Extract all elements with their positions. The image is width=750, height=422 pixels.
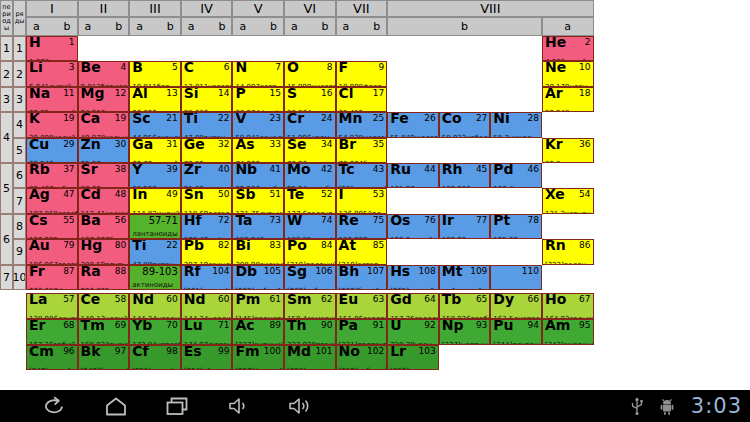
element-cell-la[interactable]: La57138.906лантан <box>26 293 78 319</box>
element-cell-al[interactable]: Al1326.092алюминий <box>129 87 181 112</box>
element-cell-hs[interactable]: Hs108[265]хассий <box>387 265 439 290</box>
element-cell-er[interactable]: Er68167.26эрбий <box>26 319 78 345</box>
element-cell-th[interactable]: Th90232.038торий <box>284 319 336 345</box>
element-cell-se[interactable]: Se3478.96селен <box>284 138 336 163</box>
element-cell-na[interactable]: Na1122.99натрий <box>26 87 78 112</box>
element-cell-pa[interactable]: Pa91[231]протактиний <box>336 319 388 345</box>
element-cell-au[interactable]: Au79196.967золото <box>26 239 78 264</box>
element-cell-u[interactable]: U92238.29уран <box>387 319 439 345</box>
element-cell-rb[interactable]: Rb3785.467рубидий <box>26 163 78 188</box>
element-cell-bi[interactable]: Bi83208.98висмут <box>232 239 284 264</box>
home-button[interactable] <box>103 393 129 419</box>
element-cell-w[interactable]: W74183.85вольфрам <box>284 214 336 239</box>
element-cell-bh[interactable]: Bh107[262]борий <box>336 265 388 290</box>
element-cell-xe[interactable]: Xe54131.3ксенон <box>542 188 594 213</box>
element-cell-ra[interactable]: Ra88226.025радий <box>78 265 130 290</box>
element-cell-rh[interactable]: Rh45102.906родий <box>439 163 491 188</box>
element-cell-ti[interactable]: Ti2247.88титан <box>181 112 233 137</box>
element-cell-yb[interactable]: Yb70173.04иттербий <box>129 319 181 345</box>
volume-up-button[interactable] <box>286 393 312 419</box>
element-cell-zn[interactable]: Zn3065.37цинк <box>78 138 130 163</box>
element-cell-pd[interactable]: Pd46106.4палладий <box>490 163 542 188</box>
element-cell-gd[interactable]: Gd64157.25гадолиний <box>387 293 439 319</box>
element-cell-fm[interactable]: Fm100[257]фермий <box>232 345 284 371</box>
element-cell-db[interactable]: Db105[262]дубний <box>232 265 284 290</box>
element-cell-cf[interactable]: Cf98[251]калифорний <box>129 345 181 371</box>
element-cell-sn[interactable]: Sn50118.69олово <box>181 188 233 213</box>
element-cell-ga[interactable]: Ga3169.72галлий <box>129 138 181 163</box>
element-cell-te[interactable]: Te52127.6теллур <box>284 188 336 213</box>
element-cell-cu[interactable]: Cu2963.546медь <box>26 138 78 163</box>
element-cell-sc[interactable]: Sc2144.956скандий <box>129 112 181 137</box>
element-cell-nb[interactable]: Nb4192.906ниобий <box>232 163 284 188</box>
element-cell-ti[interactable]: Ti2247.88титан <box>129 239 181 264</box>
element-cell-sg[interactable]: Sg106[263]сиборгий <box>284 265 336 290</box>
element-cell-ce[interactable]: Ce58140.12церий <box>78 293 130 319</box>
element-cell-p[interactable]: P1530.974фосфор <box>232 87 284 112</box>
element-cell-as[interactable]: As3374.922мышьяк <box>232 138 284 163</box>
element-cell-fe[interactable]: Fe2655.849железо <box>387 112 439 137</box>
element-cell-ho[interactable]: Ho67164.93гольмий <box>542 293 594 319</box>
element-cell-ag[interactable]: Ag47107.868серебро <box>26 188 78 213</box>
element-cell-kr[interactable]: Kr3683.8криптон <box>542 138 594 163</box>
element-cell-y[interactable]: Y3988.906иттрий <box>129 163 181 188</box>
element-cell-лантаноиды[interactable]: 57-71лантаноиды <box>129 214 181 239</box>
element-cell-ca[interactable]: Ca1940.078кальций <box>78 112 130 137</box>
element-cell-tb[interactable]: Tb65158.926тербий <box>439 293 491 319</box>
element-cell-zr[interactable]: Zr4091.22цирконий <box>181 163 233 188</box>
element-cell-hg[interactable]: Hg80200.59ртуть <box>78 239 130 264</box>
element-cell-np[interactable]: Np93[237]нептуний <box>439 319 491 345</box>
element-cell-pm[interactable]: Pm61[145]прометий <box>232 293 284 319</box>
element-cell-актиноиды[interactable]: 89-103актиноиды <box>129 265 181 290</box>
element-cell-ar[interactable]: Ar1839.948аргон <box>542 87 594 112</box>
element-cell-cr[interactable]: Cr2451.996хром <box>284 112 336 137</box>
element-cell-si[interactable]: Si1428.086кремний <box>181 87 233 112</box>
recents-button[interactable] <box>164 393 190 419</box>
element-cell-rn[interactable]: Rn86[222]радон <box>542 239 594 264</box>
element-cell-lr[interactable]: Lr103[260]лоуренсий <box>387 345 439 371</box>
element-cell-b[interactable]: B510.811бор <box>129 61 181 86</box>
element-cell-tm[interactable]: Tm69168.934тулий <box>78 319 130 345</box>
element-cell-f[interactable]: F918.998фтор <box>336 61 388 86</box>
element-cell-sm[interactable]: Sm62150.4самарий <box>284 293 336 319</box>
element-cell-ru[interactable]: Ru44101.07рутений <box>387 163 439 188</box>
element-cell-mo[interactable]: Mo4295.94молибден <box>284 163 336 188</box>
element-cell-po[interactable]: Po84[210]полоний <box>284 239 336 264</box>
element-cell-s[interactable]: S1632.064сера <box>284 87 336 112</box>
volume-down-button[interactable] <box>225 393 251 419</box>
element-cell-os[interactable]: Os76190.2осмий <box>387 214 439 239</box>
element-cell-co[interactable]: Co2758.933кобальт <box>439 112 491 137</box>
element-cell-in[interactable]: In49114.82индий <box>129 188 181 213</box>
element-cell-pt[interactable]: Pt78195.09платина <box>490 214 542 239</box>
element-cell-md[interactable]: Md101[258]менделевий <box>284 345 336 371</box>
element-cell-o[interactable]: O815.999кислород <box>284 61 336 86</box>
element-cell-tc[interactable]: Tc43[99]технеций <box>336 163 388 188</box>
element-cell-v[interactable]: V2350.941ванадий <box>232 112 284 137</box>
element-cell-sr[interactable]: Sr3887.62стронций <box>78 163 130 188</box>
element-cell-ge[interactable]: Ge3272.59германий <box>181 138 233 163</box>
element-cell-mg[interactable]: Mg1224.312магний <box>78 87 130 112</box>
element-cell-nd[interactable]: Nd60144.24неодим <box>129 293 181 319</box>
element-cell-cl[interactable]: Cl1735.453хлор <box>336 87 388 112</box>
element-cell-ta[interactable]: Ta73180.948тантал <box>232 214 284 239</box>
element-cell-ac[interactable]: Ac89[227]актиний <box>232 319 284 345</box>
element-cell-n[interactable]: N714.007азот <box>232 61 284 86</box>
element-cell-cd[interactable]: Cd48112.41кадмий <box>78 188 130 213</box>
element-cell-cm[interactable]: Cm96[247]кюрий <box>26 345 78 371</box>
back-button[interactable] <box>42 393 68 419</box>
element-cell-li[interactable]: Li36.941литий <box>26 61 78 86</box>
element-cell-ne[interactable]: Ne1020.179неон <box>542 61 594 86</box>
element-cell-br[interactable]: Br3579.904бром <box>336 138 388 163</box>
element-cell-i[interactable]: I53126.905йод <box>336 188 388 213</box>
element-cell-sb[interactable]: Sb51121.75сурьма <box>232 188 284 213</box>
element-cell-no[interactable]: No102[259]нобелий <box>336 345 388 371</box>
element-cell-es[interactable]: Es99[254]эйнштейний <box>181 345 233 371</box>
element-cell-rf[interactable]: Rf104[261]резерфордий <box>181 265 233 290</box>
element-cell-hf[interactable]: Hf72178.49гафний <box>181 214 233 239</box>
element-cell-re[interactable]: Re75186.207рений <box>336 214 388 239</box>
element-cell-eu[interactable]: Eu63151.96европий <box>336 293 388 319</box>
element-cell-nd[interactable]: Nd60144.24неодим <box>181 293 233 319</box>
element-cell-cs[interactable]: Cs55132.905цезий <box>26 214 78 239</box>
element-cell-be[interactable]: Be49.012бериллий <box>78 61 130 86</box>
element-cell-110[interactable]: 110 <box>490 265 542 290</box>
